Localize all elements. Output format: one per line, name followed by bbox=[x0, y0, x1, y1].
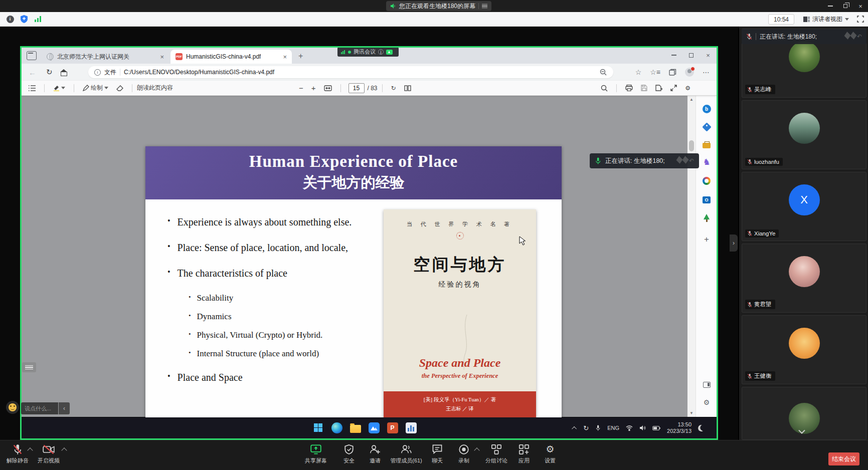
read-aloud-button[interactable]: 朗读此页内容 bbox=[137, 84, 173, 92]
security-shield-icon[interactable] bbox=[18, 14, 30, 24]
microsoft365-icon[interactable] bbox=[701, 175, 713, 187]
start-button[interactable] bbox=[311, 421, 325, 434]
scroll-up-icon[interactable]: ▲ bbox=[689, 97, 693, 102]
zoom-out-indicator-icon[interactable] bbox=[600, 69, 607, 76]
save-as-icon[interactable] bbox=[655, 85, 662, 91]
minimize-button[interactable] bbox=[823, 0, 838, 12]
new-tab-button[interactable]: + bbox=[298, 52, 303, 61]
language-indicator[interactable]: ENG bbox=[607, 425, 619, 431]
rotate-icon[interactable]: ↻ bbox=[391, 85, 396, 92]
pdf-viewport[interactable]: Human Experience of Place 关于地方的经验 •Exper… bbox=[22, 96, 687, 417]
sidebar-panel-icon[interactable] bbox=[701, 379, 713, 391]
network-signal-icon[interactable] bbox=[32, 14, 44, 24]
share-screen-button[interactable]: 共享屏幕 bbox=[298, 444, 333, 464]
profile-avatar[interactable] bbox=[685, 68, 694, 77]
zoom-out-icon[interactable]: − bbox=[299, 84, 303, 92]
tab-close-icon[interactable]: × bbox=[283, 53, 287, 61]
tray-sync-icon[interactable]: ↻ bbox=[583, 424, 589, 432]
browser-close-button[interactable]: × bbox=[700, 48, 717, 63]
browser-minimize-button[interactable] bbox=[665, 48, 682, 63]
pdf-page-input[interactable] bbox=[349, 83, 365, 93]
tray-expand-icon[interactable] bbox=[572, 426, 577, 431]
taskbar-photos-icon[interactable] bbox=[404, 421, 418, 434]
taskbar-meeting-icon[interactable] bbox=[367, 421, 381, 434]
refresh-icon[interactable]: ↻ bbox=[46, 68, 53, 77]
taskbar-explorer-icon[interactable] bbox=[349, 421, 362, 434]
view-mode-button[interactable]: 演讲者视图 bbox=[800, 14, 852, 25]
mic-muted-icon bbox=[747, 87, 752, 93]
collections-icon[interactable] bbox=[669, 69, 676, 76]
draw-button[interactable]: 绘制 bbox=[83, 84, 108, 92]
tab-actions-icon[interactable] bbox=[27, 51, 37, 60]
fit-width-icon[interactable] bbox=[324, 85, 332, 91]
info-icon[interactable]: i bbox=[378, 49, 384, 55]
tree-planting-icon[interactable] bbox=[701, 212, 713, 224]
battery-icon[interactable] bbox=[652, 426, 660, 430]
pdf-search-icon[interactable] bbox=[601, 85, 608, 92]
sidebar-settings-gear-icon[interactable]: ⚙ bbox=[701, 396, 713, 408]
pdf-settings-gear-icon[interactable]: ⚙ bbox=[685, 85, 690, 92]
zoom-in-icon[interactable]: + bbox=[311, 84, 316, 92]
quick-chat-input[interactable]: 说点什么... bbox=[21, 402, 58, 414]
tab-bnu-gateway[interactable]: 北京师范大学上网认证网关 × bbox=[42, 50, 169, 64]
back-icon[interactable]: ← bbox=[29, 68, 36, 77]
annotation-toolbar-button[interactable] bbox=[22, 362, 36, 372]
print-icon[interactable] bbox=[625, 85, 633, 91]
tencent-mini-bar[interactable]: 腾讯会议 i bbox=[337, 47, 399, 57]
toc-icon[interactable] bbox=[29, 85, 36, 91]
watching-banner: 您正在观看生地楼180的屏幕 bbox=[386, 1, 491, 11]
bing-copilot-icon[interactable]: b bbox=[701, 103, 713, 115]
expand-icon[interactable] bbox=[670, 85, 677, 91]
scroll-down-icon[interactable]: ▼ bbox=[689, 411, 693, 415]
settings-button[interactable]: ⚙ 设置 bbox=[533, 444, 568, 464]
taskbar-powerpoint-icon[interactable]: P bbox=[386, 421, 399, 434]
fullscreen-button[interactable] bbox=[854, 14, 866, 24]
page-view-icon[interactable] bbox=[404, 85, 411, 91]
highlighter-icon[interactable] bbox=[53, 85, 65, 91]
save-icon[interactable] bbox=[641, 85, 647, 91]
add-sidebar-item-icon[interactable]: + bbox=[701, 233, 713, 246]
meeting-clock[interactable]: 10:54 bbox=[768, 14, 794, 25]
page-info-icon[interactable]: i bbox=[94, 69, 101, 76]
favorite-star-icon[interactable]: ☆ bbox=[635, 68, 642, 76]
end-meeting-button[interactable]: 结束会议 bbox=[828, 452, 859, 465]
browser-menu-icon[interactable]: ⋯ bbox=[703, 68, 710, 76]
close-button[interactable]: × bbox=[853, 0, 868, 12]
home-icon[interactable] bbox=[61, 70, 67, 75]
focus-assist-moon-icon[interactable] bbox=[698, 424, 706, 432]
sidebar-expand-handle[interactable]: › bbox=[730, 234, 738, 252]
browser-maximize-button[interactable] bbox=[682, 48, 700, 63]
outlook-icon[interactable]: O bbox=[701, 194, 713, 206]
volume-icon[interactable] bbox=[639, 425, 646, 431]
start-video-button[interactable]: 开启视频 bbox=[31, 444, 66, 464]
participant-tile[interactable]: 黄君望 bbox=[742, 244, 866, 313]
banner-menu-icon[interactable] bbox=[482, 4, 487, 9]
participant-tile[interactable]: 王健衡 bbox=[742, 315, 866, 384]
pdf-scrollbar[interactable]: ▲ ▼ bbox=[687, 96, 696, 417]
collapse-chat-icon[interactable]: ‹ bbox=[59, 402, 70, 414]
favorites-bar-icon[interactable]: ☆≡ bbox=[650, 68, 660, 76]
url-field[interactable]: i 文件 C:/Users/LENOVO/Desktop/HumanisticG… bbox=[88, 66, 613, 78]
tab-close-icon[interactable]: × bbox=[160, 53, 164, 61]
meeting-info-button[interactable]: i bbox=[4, 14, 16, 24]
speaking-toast: 正在讲话: 生地楼180; ↶ bbox=[590, 153, 699, 168]
emoji-reaction-button[interactable] bbox=[6, 401, 19, 414]
tray-mic-icon[interactable] bbox=[595, 424, 601, 431]
taskbar-edge-icon[interactable] bbox=[330, 421, 343, 434]
scrollbar-thumb[interactable] bbox=[689, 140, 694, 151]
tab-pdf-active[interactable]: PDF HumanisticGIS-china-v4.pdf × bbox=[170, 50, 292, 64]
share-indicator-icon[interactable] bbox=[386, 50, 393, 55]
toolbox-icon[interactable] bbox=[701, 139, 713, 151]
games-icon[interactable]: ♞ bbox=[701, 156, 713, 168]
participant-tile[interactable]: X XiangYe bbox=[742, 172, 866, 241]
restore-button[interactable] bbox=[838, 0, 853, 12]
record-button[interactable]: 录制 bbox=[446, 444, 481, 464]
wifi-icon[interactable] bbox=[626, 425, 633, 431]
participant-tile[interactable]: luozhanfu bbox=[742, 100, 866, 169]
eraser-icon[interactable] bbox=[116, 85, 123, 91]
collapse-tiles-chevron[interactable] bbox=[795, 427, 808, 435]
taskbar-clock[interactable]: 13:50 2023/3/13 bbox=[667, 421, 691, 434]
chevron-down-icon[interactable] bbox=[61, 87, 65, 89]
shopping-tag-icon[interactable] bbox=[701, 121, 713, 133]
chevron-down-icon[interactable] bbox=[104, 87, 108, 89]
